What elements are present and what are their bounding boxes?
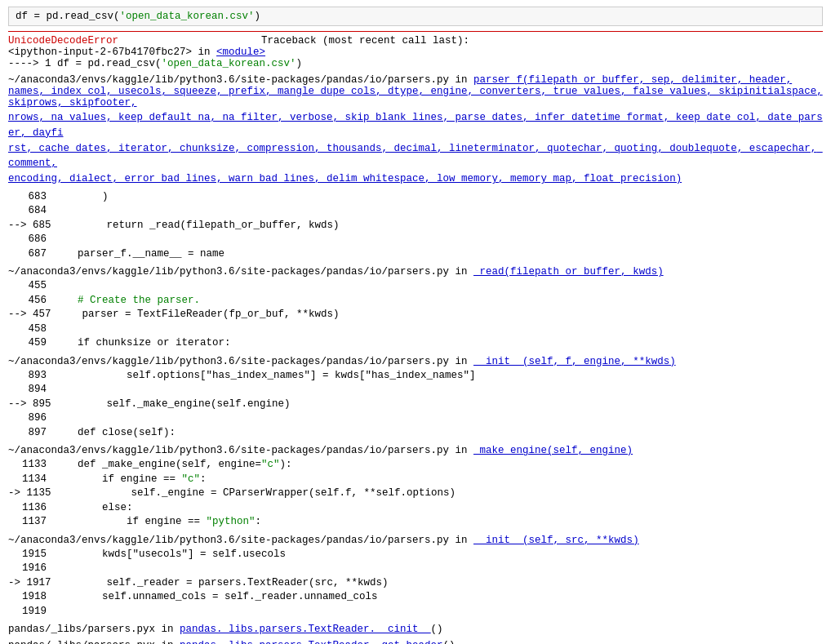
code-block-3: 893 self.options["has_index_names"] = kw… [8,369,823,441]
code-line: 458 [8,322,823,337]
code-line: 459 if chunksize or iterator: [8,336,823,351]
traceback-entry-2: ~/anaconda3/envs/kaggle/lib/python3.6/si… [8,266,823,278]
line-content: if chunksize or iterator: [53,336,231,351]
line-content: self._reader = parsers.TextReader(src, *… [58,576,389,591]
line-content: if engine == "python": [53,515,261,530]
code-line-arrow: -> 1135 self._engine = CParserWrapper(se… [8,486,823,501]
code-line: 897 def close(self): [8,426,823,441]
line-content: return _read(filepath_or_buffer, kwds) [58,219,340,233]
file-path-1: ~/anaconda3/envs/kaggle/lib/python3.6/si… [8,74,473,86]
code-line-arrow: --> 895 self._make_engine(self.engine) [8,398,823,412]
code-line: 683 ) [8,190,823,205]
code-line: 1133 def _make_engine(self, engine="c"): [8,458,823,473]
line-content: # Create the parser. [53,294,200,309]
line-content: self.options["has_index_names"] = kwds["… [53,369,476,384]
code-line: 456 # Create the parser. [8,294,823,309]
line-num: 1133 [8,458,53,473]
pyx-line-1: pandas/_libs/parsers.pyx in pandas._libs… [8,624,823,635]
line-content: self._engine = CParserWrapper(self.f, **… [58,486,456,501]
file-path-4: ~/anaconda3/envs/kaggle/lib/python3.6/si… [8,445,473,456]
line-num: 1919 [8,605,53,620]
code-block-1: 683 ) 684 --> 685 return _read(filepath_… [8,190,823,262]
code-line-arrow: -> 1917 self._reader = parsers.TextReade… [8,576,823,591]
code-line-arrow: --> 457 parser = TextFileReader(fp_or_bu… [8,308,823,322]
code-line: 1919 [8,605,823,620]
line-content: def _make_engine(self, engine="c"): [53,458,292,473]
func-link-4[interactable]: _make_engine(self, engine) [473,445,633,456]
line-content: self.unnamed_cols = self._reader.unnamed… [53,590,378,605]
code-line: 1134 if engine == "c": [8,473,823,487]
arrow-line: ----> 1 df = pd.read_csv('open_data_kore… [8,58,823,69]
pyx-func-2[interactable]: pandas._libs.parsers.TextReader._get_hea… [180,640,443,644]
traceback-entry-5: ~/anaconda3/envs/kaggle/lib/python3.6/si… [8,535,823,546]
line-arrow: -> 1135 [8,486,58,501]
pyx-func-1[interactable]: pandas._libs.parsers.TextReader.__cinit_… [180,624,431,635]
pyx-file-1: pandas/_libs/parsers.pyx in [8,624,180,635]
line-content: parser_f.__name__ = name [53,247,224,262]
line-content: else: [53,501,133,516]
traceback-label: Traceback (most recent call last): [261,35,469,47]
code-block-5: 1915 kwds["usecols"] = self.usecols 1916… [8,548,823,620]
code-line: 1136 else: [8,501,823,516]
line-arrow: --> 457 [8,308,58,322]
line-num: 1915 [8,548,53,562]
line-num: 687 [8,247,53,262]
code-line: 894 [8,383,823,398]
module-link[interactable]: <module> [216,47,265,58]
traceback-entry-1: ~/anaconda3/envs/kaggle/lib/python3.6/si… [8,74,823,109]
code-line: 893 self.options["has_index_names"] = kw… [8,369,823,384]
file-path-5: ~/anaconda3/envs/kaggle/lib/python3.6/si… [8,535,473,546]
code-line: 684 [8,204,823,219]
input-code: df = pd.read_csv('open_data_korean.csv') [16,11,260,22]
line-content: parser = TextFileReader(fp_or_buf, **kwd… [58,308,340,322]
traceback-entry-4: ~/anaconda3/envs/kaggle/lib/python3.6/si… [8,445,823,456]
line-arrow: -> 1917 [8,576,58,591]
error-type-line: UnicodeDecodeError Traceback (most recen… [8,35,823,47]
code-line: 687 parser_f.__name__ = name [8,247,823,262]
line-num: 894 [8,383,53,398]
input-cell: df = pd.read_csv('open_data_korean.csv') [8,7,823,26]
code-line: 686 [8,233,823,247]
line-num: 459 [8,336,53,351]
code-line: 1137 if engine == "python": [8,515,823,530]
line-content: kwds["usecols"] = self.usecols [53,548,286,562]
code-block-2: 455 456 # Create the parser. --> 457 par… [8,279,823,351]
code-line-arrow: --> 685 return _read(filepath_or_buffer,… [8,219,823,233]
line-num: 458 [8,322,53,337]
line-num: 1136 [8,501,53,516]
line-num: 893 [8,369,53,384]
line-num: 1916 [8,562,53,576]
main-container: df = pd.read_csv('open_data_korean.csv')… [0,0,831,644]
line-num: 683 [8,190,53,205]
line-num: 1918 [8,590,53,605]
line-num: 456 [8,294,53,309]
line-content: self._make_engine(self.engine) [58,398,291,412]
code-line: 455 [8,279,823,294]
func-params-1: nrows, na_values, keep_default_na, na_fi… [8,110,823,187]
func-link-2[interactable]: _read(filepath_or_buffer, kwds) [473,266,664,278]
line-num: 1137 [8,515,53,530]
pyx-file-2: pandas/_libs/parsers.pyx in [8,640,180,644]
line-arrow: --> 895 [8,398,58,412]
line-content: def close(self): [53,426,176,441]
line-content: if engine == "c": [53,473,207,487]
arrow-indicator: ----> 1 df = pd.read_csv('open_data_kore… [8,58,302,69]
line-num: 686 [8,233,53,247]
func-link-3[interactable]: __init__(self, f, engine, **kwds) [473,356,676,367]
file-path-2: ~/anaconda3/envs/kaggle/lib/python3.6/si… [8,266,473,278]
line-num: 684 [8,204,53,219]
line-num: 897 [8,426,53,441]
error-type: UnicodeDecodeError [8,35,118,47]
traceback-entry-3: ~/anaconda3/envs/kaggle/lib/python3.6/si… [8,356,823,367]
func-link-5[interactable]: __init__(self, src, **kwds) [473,535,639,546]
error-divider [8,31,823,32]
code-block-4: 1133 def _make_engine(self, engine="c"):… [8,458,823,530]
line-num: 1134 [8,473,53,487]
input-location-line: <ipython-input-2-67b4170fbc27> in <modul… [8,47,823,58]
code-line: 1916 [8,562,823,576]
pyx-line-2: pandas/_libs/parsers.pyx in pandas._libs… [8,640,823,644]
line-num: 455 [8,279,53,294]
code-line: 896 [8,411,823,426]
line-content: ) [53,190,109,205]
line-num: 896 [8,411,53,426]
